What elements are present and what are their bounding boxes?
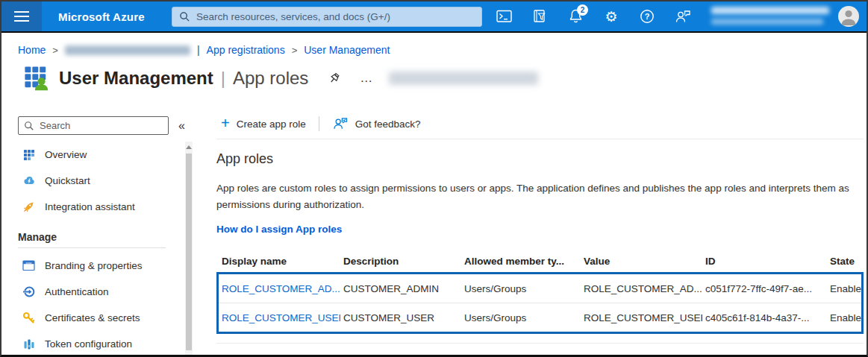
app-roles-table: Display name Description Allowed member … (216, 250, 864, 344)
key-icon (22, 312, 35, 324)
top-bar: Microsoft Azure 2 ⚙ ? (1, 1, 867, 31)
breadcrumb-separator: > (52, 45, 58, 56)
quickstart-icon (22, 174, 35, 187)
breadcrumb-home[interactable]: Home (18, 44, 46, 56)
breadcrumb-tenant-redacted[interactable] (65, 45, 190, 55)
column-header-id: ID (700, 256, 825, 267)
feedback-icon[interactable] (675, 8, 691, 25)
search-icon (179, 11, 190, 22)
command-bar-divider (319, 116, 319, 131)
sidebar-scrollbar (185, 142, 193, 355)
breadcrumb: Home > | App registrations > User Manage… (18, 44, 390, 56)
role-description-cell: CUSTOMER_USER (340, 312, 461, 323)
hamburger-menu-icon[interactable] (1, 1, 42, 31)
sidebar-item-label: Integration assistant (45, 201, 135, 212)
table-header-row: Display name Description Allowed member … (216, 250, 864, 272)
brand-logo[interactable]: Microsoft Azure (58, 10, 145, 23)
svg-text:?: ? (645, 12, 650, 21)
column-header-description: Description (338, 256, 459, 267)
got-feedback-label: Got feedback? (355, 119, 421, 130)
collapse-sidebar-icon[interactable]: « (178, 119, 185, 133)
pin-icon[interactable] (328, 72, 340, 85)
sidebar: « Overview Quickstart Integration assist… (1, 106, 197, 355)
account-info-redacted[interactable] (711, 7, 831, 25)
role-display-name-link[interactable]: ROLE_CUSTOMER_AD... (219, 283, 340, 294)
sidebar-item-label: Authentication (45, 286, 109, 297)
role-state-cell: Enabled (827, 283, 861, 294)
role-member-types-cell: Users/Groups (461, 312, 581, 323)
page-subtitle: App roles (233, 68, 308, 89)
create-app-role-button[interactable]: + Create app role (221, 117, 306, 130)
scrollbar-up-arrow[interactable] (186, 145, 192, 149)
plus-icon: + (221, 116, 230, 130)
notification-badge: 2 (577, 4, 588, 16)
global-search-input[interactable] (196, 11, 472, 22)
sidebar-item-authentication[interactable]: Authentication (1, 279, 182, 305)
breadcrumb-pipe: | (197, 44, 200, 56)
role-value-cell: ROLE_CUSTOMER_AD... (581, 283, 702, 294)
role-id-cell: c051f772-7ffc-49f7-ae... (702, 283, 827, 294)
directory-filter-icon[interactable] (531, 8, 548, 25)
column-header-value: Value (578, 256, 700, 267)
page-title: User Management (59, 68, 213, 89)
svg-text:www: www (26, 262, 32, 265)
scrollbar-thumb[interactable] (186, 154, 192, 350)
title-separator: | (221, 68, 225, 89)
sidebar-item-overview[interactable]: Overview (1, 142, 182, 168)
more-options-icon[interactable]: … (360, 76, 374, 81)
breadcrumb-app-registrations[interactable]: App registrations (207, 44, 285, 56)
column-header-state: State (825, 256, 864, 267)
sidebar-item-label: Branding & properties (45, 260, 143, 271)
global-search[interactable] (172, 7, 482, 27)
azure-portal-window: Microsoft Azure 2 ⚙ ? (0, 0, 868, 357)
command-bar: + Create app role Got feedback? (221, 113, 421, 135)
sidebar-item-label: Overview (45, 149, 87, 160)
branding-icon: www (22, 259, 35, 272)
sidebar-search[interactable] (18, 116, 169, 135)
account-email-redacted (711, 7, 829, 14)
role-id-cell: c405c61f-814b-4a37-... (702, 312, 827, 323)
role-state-cell: Enabled (827, 312, 861, 323)
account-directory-redacted (711, 19, 823, 25)
help-icon[interactable]: ? (639, 8, 655, 25)
sidebar-nav: Overview Quickstart Integration assistan… (1, 142, 182, 357)
sidebar-item-label: Certificates & secrets (45, 312, 140, 323)
main-content: + Create app role Got feedback? App role… (216, 106, 864, 355)
cloud-shell-icon[interactable] (496, 8, 512, 25)
overview-icon (22, 148, 35, 161)
rocket-icon (22, 200, 35, 213)
topbar-separator (1, 31, 867, 33)
got-feedback-button[interactable]: Got feedback? (332, 117, 421, 130)
table-row: ROLE_CUSTOMER_USER CUSTOMER_USER Users/G… (219, 303, 861, 332)
sidebar-item-branding-properties[interactable]: www Branding & properties (1, 253, 182, 279)
sidebar-item-label: Quickstart (45, 175, 90, 186)
sidebar-item-certificates-secrets[interactable]: Certificates & secrets (1, 305, 182, 331)
sidebar-search-input[interactable] (40, 120, 159, 131)
role-display-name-link[interactable]: ROLE_CUSTOMER_USER (219, 312, 340, 323)
command-bar-separator (216, 139, 864, 139)
app-registration-icon (24, 66, 49, 91)
avatar[interactable] (838, 6, 859, 27)
notifications-bell-icon[interactable]: 2 (567, 8, 584, 25)
authentication-icon (22, 285, 35, 298)
feedback-person-icon (332, 117, 349, 130)
sidebar-item-token-configuration[interactable]: Token configuration (1, 331, 182, 357)
settings-gear-icon[interactable]: ⚙ (603, 8, 619, 25)
section-heading: App roles (216, 151, 273, 167)
column-header-display-name: Display name (216, 256, 338, 267)
title-redacted-overlay (389, 72, 538, 85)
search-icon (24, 121, 34, 131)
sidebar-item-integration-assistant[interactable]: Integration assistant (1, 194, 182, 220)
highlighted-rows-box: ROLE_CUSTOMER_AD... CUSTOMER_ADMIN Users… (216, 272, 864, 334)
sidebar-item-quickstart[interactable]: Quickstart (1, 168, 182, 194)
role-value-cell: ROLE_CUSTOMER_USER (581, 312, 702, 323)
column-header-allowed-member-types: Allowed member ty... (459, 256, 578, 267)
how-to-assign-link[interactable]: How do I assign App roles (216, 224, 342, 235)
create-app-role-label: Create app role (237, 119, 306, 130)
page-title-bar: User Management | App roles … (24, 66, 538, 91)
table-bottom-separator (216, 343, 864, 344)
table-row: ROLE_CUSTOMER_AD... CUSTOMER_ADMIN Users… (219, 274, 861, 303)
breadcrumb-separator: > (292, 45, 298, 56)
breadcrumb-current[interactable]: User Management (304, 44, 390, 56)
section-description: App roles are custom roles to assign per… (216, 180, 864, 213)
